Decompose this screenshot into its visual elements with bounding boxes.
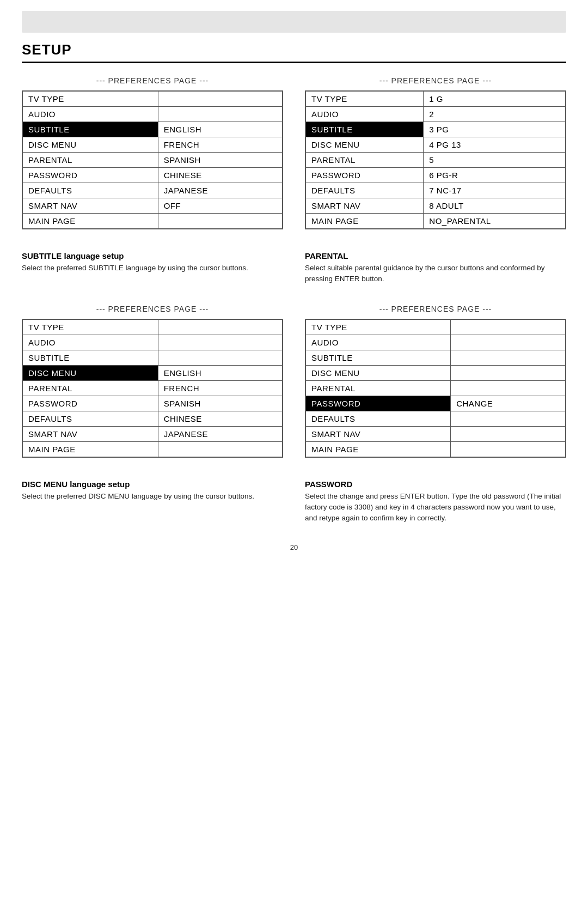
discmenu-section-left-col: --- PREFERENCES PAGE ---TV TYPEAUDIOSUBT… [22, 305, 283, 458]
menu-row-label: MAIN PAGE [305, 214, 424, 229]
table-row: SUBTITLE3 PG [305, 122, 566, 137]
subtitle-section-right-page-label: --- PREFERENCES PAGE --- [305, 76, 566, 85]
menu-row-value [451, 411, 566, 426]
table-row: SUBTITLE [22, 350, 283, 365]
menu-row-label: DISC MENU [305, 137, 424, 153]
menu-row-label: SMART NAV [305, 198, 424, 214]
menu-row-label: PASSWORD [22, 168, 158, 183]
discmenu-section-left-menu-table: TV TYPEAUDIOSUBTITLEDISC MENUENGLISHPARE… [22, 319, 283, 458]
menu-row-label: DEFAULTS [305, 183, 424, 198]
menu-row-value: SPANISH [158, 396, 283, 411]
menu-row-value [451, 426, 566, 441]
table-row: DISC MENU [305, 365, 566, 380]
subtitle-section-right-col: --- PREFERENCES PAGE ---TV TYPE1 GAUDIO2… [305, 76, 566, 229]
setup-title: SETUP [22, 41, 566, 63]
menu-row-label: PASSWORD [22, 396, 158, 411]
menu-row-label: PARENTAL [305, 380, 451, 396]
menu-row-value: SPANISH [158, 153, 283, 168]
top-decorative-image [22, 11, 566, 33]
menu-row-value [158, 441, 283, 457]
menu-row-value [451, 380, 566, 396]
menu-row-value: ENGLISH [158, 365, 283, 380]
menu-row-value [451, 350, 566, 365]
table-row: MAIN PAGE [22, 441, 283, 457]
menu-row-value: NO_PARENTAL [424, 214, 566, 229]
table-row: SUBTITLEENGLISH [22, 122, 283, 137]
menu-row-label: AUDIO [305, 335, 451, 350]
menu-row-value: ENGLISH [158, 122, 283, 137]
menu-row-value: 8 ADULT [424, 198, 566, 214]
table-row: PASSWORDCHINESE [22, 168, 283, 183]
menu-row-value [451, 365, 566, 380]
table-row: SMART NAVOFF [22, 198, 283, 214]
menu-row-label: PARENTAL [22, 153, 158, 168]
menu-row-value [158, 350, 283, 365]
discmenu-section-left_desc-text: Select the preferred DISC MENU language … [22, 491, 283, 502]
table-row: SMART NAVJAPANESE [22, 426, 283, 441]
subtitle-section-right-menu-table: TV TYPE1 GAUDIO2SUBTITLE3 PGDISC MENU4 P… [305, 90, 566, 229]
discmenu-section-right-menu-table: TV TYPEAUDIOSUBTITLEDISC MENUPARENTALPAS… [305, 319, 566, 458]
menu-row-label: AUDIO [305, 107, 424, 122]
subtitle-section-left_desc-text: Select the preferred SUBTITLE language b… [22, 263, 283, 274]
menu-row-value: FRENCH [158, 137, 283, 153]
menu-row-label: SUBTITLE [305, 350, 451, 365]
discmenu-section-right_desc-text: Select the change and press ENTER button… [305, 491, 566, 524]
menu-row-value [451, 319, 566, 335]
menu-row-value [158, 91, 283, 107]
menu-row-value: 1 G [424, 91, 566, 107]
section-subtitle-section: --- PREFERENCES PAGE ---TV TYPEAUDIOSUBT… [22, 76, 566, 285]
table-row: DEFAULTSCHINESE [22, 411, 283, 426]
menu-row-label: TV TYPE [305, 319, 451, 335]
menu-row-label: SUBTITLE [305, 122, 424, 137]
menu-row-value: JAPANESE [158, 426, 283, 441]
table-row: TV TYPE [22, 319, 283, 335]
menu-row-label: SUBTITLE [22, 122, 158, 137]
table-row: AUDIO [22, 335, 283, 350]
discmenu-section-right_desc-title: PASSWORD [305, 480, 566, 489]
menu-row-value [158, 107, 283, 122]
menu-row-value [158, 319, 283, 335]
table-row: DEFAULTSJAPANESE [22, 183, 283, 198]
menu-row-label: DISC MENU [305, 365, 451, 380]
table-row: AUDIO2 [305, 107, 566, 122]
menu-row-label: DISC MENU [22, 365, 158, 380]
menu-row-label: AUDIO [22, 107, 158, 122]
menu-row-label: PASSWORD [305, 396, 451, 411]
menu-row-value: 2 [424, 107, 566, 122]
table-row: AUDIO [22, 107, 283, 122]
menu-row-label: SMART NAV [305, 426, 451, 441]
menu-row-label: TV TYPE [305, 91, 424, 107]
table-row: PARENTALFRENCH [22, 380, 283, 396]
table-row: PASSWORD6 PG-R [305, 168, 566, 183]
menu-row-value: 6 PG-R [424, 168, 566, 183]
menu-row-value: 4 PG 13 [424, 137, 566, 153]
menu-row-label: DEFAULTS [22, 183, 158, 198]
table-row: PASSWORDSPANISH [22, 396, 283, 411]
subtitle-section-left-menu-table: TV TYPEAUDIOSUBTITLEENGLISHDISC MENUFREN… [22, 90, 283, 229]
discmenu-section-right-page-label: --- PREFERENCES PAGE --- [305, 305, 566, 313]
discmenu-section-right_desc: PASSWORDSelect the change and press ENTE… [305, 480, 566, 524]
menu-row-value [158, 335, 283, 350]
menu-row-label: SMART NAV [22, 198, 158, 214]
menu-row-value: 7 NC-17 [424, 183, 566, 198]
discmenu-section-right-col: --- PREFERENCES PAGE ---TV TYPEAUDIOSUBT… [305, 305, 566, 458]
menu-row-value: 3 PG [424, 122, 566, 137]
menu-row-label: SMART NAV [22, 426, 158, 441]
table-row: SUBTITLE [305, 350, 566, 365]
menu-row-value: CHINESE [158, 411, 283, 426]
menu-row-value: CHANGE [451, 396, 566, 411]
menu-row-label: MAIN PAGE [22, 441, 158, 457]
discmenu-section-left_desc: DISC MENU language setupSelect the prefe… [22, 480, 283, 524]
menu-row-label: TV TYPE [22, 91, 158, 107]
menu-row-label: MAIN PAGE [305, 441, 451, 457]
subtitle-section-left-col: --- PREFERENCES PAGE ---TV TYPEAUDIOSUBT… [22, 76, 283, 229]
table-row: DEFAULTS7 NC-17 [305, 183, 566, 198]
discmenu-section-left-page-label: --- PREFERENCES PAGE --- [22, 305, 283, 313]
menu-row-value [451, 335, 566, 350]
menu-row-value: FRENCH [158, 380, 283, 396]
menu-row-label: DISC MENU [22, 137, 158, 153]
table-row: DISC MENU4 PG 13 [305, 137, 566, 153]
table-row: MAIN PAGE [22, 214, 283, 229]
subtitle-section-right_desc: PARENTALSelect suitable parental guidanc… [305, 251, 566, 285]
menu-row-value: OFF [158, 198, 283, 214]
